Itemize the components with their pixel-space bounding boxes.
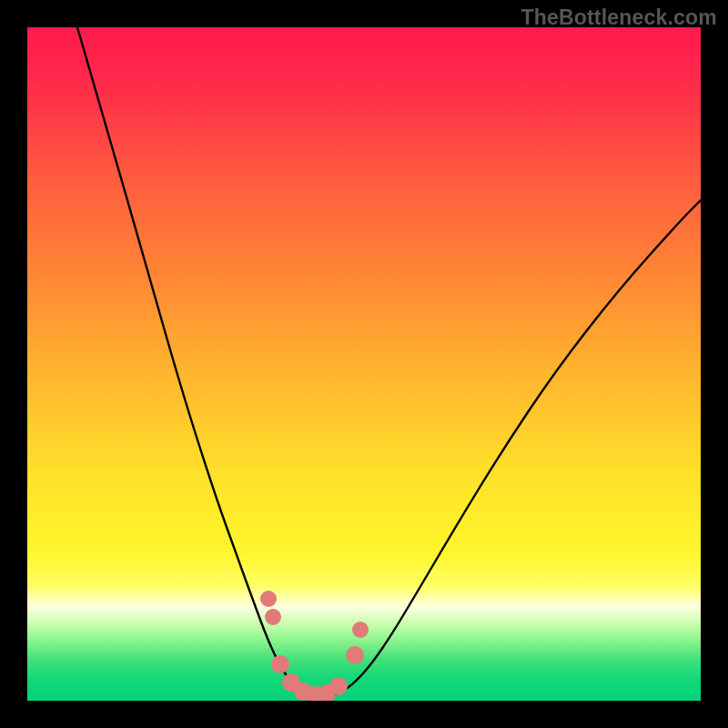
chart-svg (27, 27, 701, 701)
bottleneck-curve (77, 27, 701, 698)
data-marker (352, 622, 369, 638)
data-marker (260, 591, 277, 607)
data-marker (265, 609, 281, 625)
data-marker (346, 646, 364, 664)
data-marker (271, 655, 289, 673)
watermark-text: TheBottleneck.com (521, 5, 717, 30)
data-marker (329, 677, 348, 695)
chart-frame (27, 27, 701, 701)
